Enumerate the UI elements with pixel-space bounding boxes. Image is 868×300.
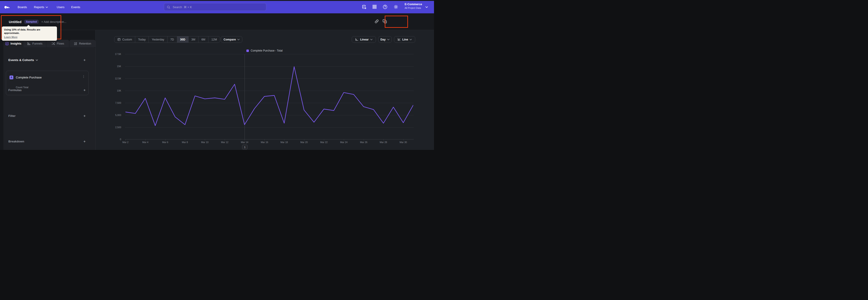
- x-tick: [344, 140, 344, 141]
- x-axis-label: Mar 14: [238, 141, 252, 144]
- y-axis-label: 17.5K: [112, 53, 121, 55]
- mixpanel-logo-icon[interactable]: [4, 4, 10, 10]
- project-switcher[interactable]: E-Commerce All Project Data: [405, 3, 422, 9]
- x-axis-label: Mar 2: [119, 141, 132, 144]
- data-management-icon[interactable]: [362, 4, 367, 9]
- y-axis-label: 7,500: [112, 101, 121, 104]
- y-axis-label: 10K: [112, 89, 121, 92]
- project-chevron-down-icon[interactable]: [426, 6, 428, 8]
- x-tick: [324, 140, 324, 141]
- learn-more-link[interactable]: Learn More: [4, 36, 18, 38]
- section-label: Formulas: [8, 88, 22, 92]
- x-tick: [245, 140, 245, 141]
- event-name: Complete Purchase: [16, 76, 41, 79]
- x-tick: [265, 140, 265, 141]
- tab-funnels[interactable]: Funnels: [23, 40, 46, 47]
- tab-flows[interactable]: Flows: [46, 40, 69, 47]
- y-axis-label: 5,000: [112, 114, 121, 116]
- apps-grid-icon[interactable]: [372, 4, 377, 9]
- x-axis-label: Mar 8: [178, 141, 192, 144]
- x-axis-label: Mar 20: [297, 141, 311, 144]
- range-3m[interactable]: 3M: [188, 36, 198, 42]
- x-axis-label: Mar 16: [257, 141, 272, 144]
- tab-insights[interactable]: Insights: [3, 40, 23, 47]
- duplicate-icon[interactable]: [382, 19, 388, 24]
- range-yesterday[interactable]: Yesterday: [149, 36, 167, 42]
- x-axis-label: Mar 22: [317, 141, 331, 144]
- events-cohorts-header[interactable]: Events & Cohorts: [8, 58, 38, 62]
- nav-item-reports[interactable]: Reports: [34, 1, 48, 13]
- x-tick: [165, 140, 165, 141]
- y-axis-label: 12.5K: [112, 77, 121, 80]
- x-axis-label: Mar 10: [198, 141, 212, 144]
- nav-item-users[interactable]: Users: [57, 1, 64, 13]
- scale-dropdown[interactable]: Linear: [352, 36, 376, 43]
- tab-retention[interactable]: Retention: [69, 40, 95, 47]
- annotation-badge[interactable]: 1: [242, 145, 248, 149]
- add-breakdown-button[interactable]: +: [84, 140, 86, 143]
- calendar-icon: [117, 38, 121, 41]
- project-name: E-Commerce: [405, 3, 422, 6]
- search-input[interactable]: [164, 3, 266, 11]
- compare-button[interactable]: Compare: [221, 36, 242, 43]
- legend-item[interactable]: Complete Purchase - Total: [246, 49, 283, 52]
- section-label: Filter: [8, 114, 16, 118]
- tooltip-caret: [27, 25, 30, 27]
- y-axis-label: 15K: [112, 65, 121, 68]
- granularity-dropdown[interactable]: Day: [378, 36, 392, 43]
- range-6m[interactable]: 6M: [198, 36, 209, 42]
- x-axis-label: Mar 30: [396, 141, 410, 144]
- query-builder-sidebar: Events & Cohorts + A Complete Purchase ⋮…: [3, 47, 96, 150]
- report-title[interactable]: Untitled: [9, 20, 22, 24]
- legend-swatch: [246, 50, 249, 52]
- linear-scale-icon: [355, 38, 359, 41]
- share-link-icon[interactable]: [374, 19, 379, 24]
- funnels-icon: [27, 42, 31, 46]
- top-nav: Boards Reports Users Events E-Commerce A…: [0, 1, 434, 13]
- range-7d[interactable]: 7D: [167, 36, 177, 42]
- chevron-down-icon: [237, 39, 240, 40]
- x-axis-label: Mar 12: [218, 141, 232, 144]
- x-tick: [145, 140, 146, 141]
- section-filter: Filter +: [8, 113, 86, 118]
- series-line: [125, 67, 413, 126]
- x-axis-label: Mar 18: [277, 141, 291, 144]
- settings-gear-icon[interactable]: [394, 4, 399, 9]
- y-axis-label: 0: [112, 138, 121, 141]
- range-30d[interactable]: 30D: [177, 36, 188, 42]
- x-axis-label: Mar 26: [357, 141, 371, 144]
- range-custom[interactable]: Custom: [114, 36, 135, 42]
- event-series-badge: A: [9, 76, 13, 79]
- x-axis-label: Mar 6: [158, 141, 172, 144]
- x-axis-label: Mar 4: [138, 141, 152, 144]
- section-label: Breakdown: [8, 140, 24, 143]
- range-12m[interactable]: 12M: [209, 36, 220, 42]
- nav-item-events[interactable]: Events: [71, 1, 80, 13]
- x-tick: [364, 140, 364, 141]
- app: Boards Reports Users Events E-Commerce A…: [0, 0, 434, 150]
- chart-type-dropdown[interactable]: Line: [394, 36, 415, 43]
- search-icon: [167, 5, 170, 9]
- add-formula-button[interactable]: +: [84, 88, 86, 92]
- retention-icon: [74, 42, 77, 46]
- y-axis-label: 2,500: [112, 126, 121, 129]
- nav-item-boards[interactable]: Boards: [18, 1, 27, 13]
- section-formulas: Formulas +: [8, 88, 86, 92]
- tooltip-message: Using 10% of data. Results are approxima…: [4, 28, 55, 35]
- help-icon[interactable]: [383, 4, 388, 9]
- chevron-down-icon: [36, 59, 38, 61]
- x-axis-label: Mar 28: [376, 141, 391, 144]
- add-filter-button[interactable]: +: [84, 114, 86, 118]
- project-subtitle: All Project Data: [405, 6, 422, 9]
- section-breakdown: Breakdown +: [8, 139, 86, 144]
- line-chart: [125, 54, 413, 139]
- x-tick: [284, 140, 284, 141]
- chevron-down-icon: [46, 6, 48, 8]
- add-description[interactable]: + Add description...: [41, 20, 66, 24]
- search-field[interactable]: [172, 5, 264, 9]
- line-chart-icon: [397, 38, 401, 41]
- range-today[interactable]: Today: [135, 36, 149, 42]
- add-event-button[interactable]: +: [84, 58, 86, 62]
- event-menu-button[interactable]: ⋮: [82, 74, 85, 78]
- sampled-badge[interactable]: Sampled: [24, 20, 39, 24]
